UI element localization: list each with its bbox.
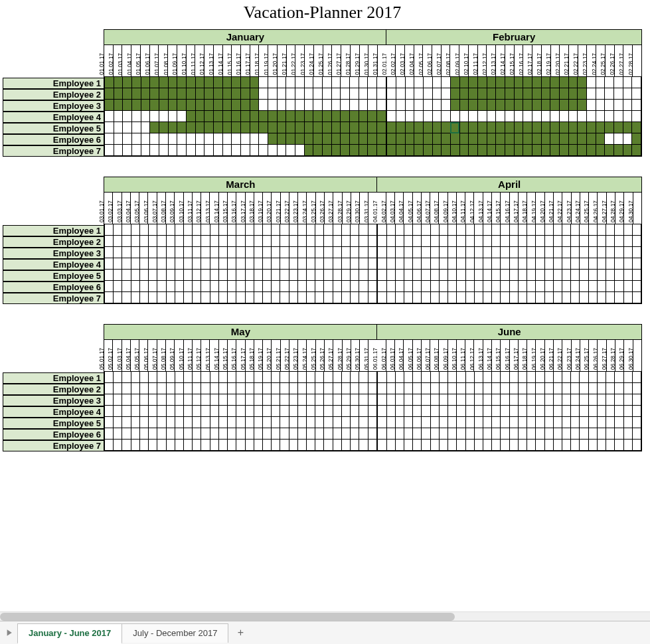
vacation-cell[interactable] <box>456 270 465 281</box>
vacation-cell[interactable] <box>231 122 240 133</box>
vacation-cell[interactable] <box>562 292 570 303</box>
vacation-cell[interactable] <box>262 372 271 383</box>
vacation-cell[interactable] <box>477 88 487 100</box>
vacation-cell[interactable] <box>262 281 271 292</box>
vacation-cell[interactable] <box>631 77 641 88</box>
vacation-cell[interactable] <box>175 258 183 270</box>
vacation-cell[interactable] <box>271 292 280 303</box>
vacation-cell[interactable] <box>623 224 632 236</box>
vacation-cell[interactable] <box>285 100 295 111</box>
vacation-cell[interactable] <box>606 258 614 270</box>
vacation-cell[interactable] <box>439 247 447 258</box>
vacation-cell[interactable] <box>450 111 459 122</box>
vacation-cell[interactable] <box>509 258 518 270</box>
vacation-cell[interactable] <box>570 270 579 281</box>
vacation-cell[interactable] <box>465 270 474 281</box>
vacation-cell[interactable] <box>450 145 459 156</box>
vacation-cell[interactable] <box>430 372 439 383</box>
vacation-cell[interactable] <box>387 88 396 100</box>
vacation-cell[interactable] <box>204 77 213 88</box>
vacation-cell[interactable] <box>559 133 568 145</box>
vacation-cell[interactable] <box>236 224 244 236</box>
vacation-cell[interactable] <box>323 417 332 428</box>
vacation-cell[interactable] <box>227 236 236 247</box>
vacation-cell[interactable] <box>491 270 500 281</box>
vacation-cell[interactable] <box>262 383 271 394</box>
vacation-cell[interactable] <box>280 383 288 394</box>
vacation-cell[interactable] <box>114 88 123 100</box>
vacation-cell[interactable] <box>421 270 430 281</box>
vacation-cell[interactable] <box>474 236 483 247</box>
vacation-cell[interactable] <box>295 145 304 156</box>
vacation-cell[interactable] <box>323 440 332 451</box>
vacation-cell[interactable] <box>577 133 586 145</box>
vacation-cell[interactable] <box>141 111 150 122</box>
vacation-cell[interactable] <box>183 372 192 383</box>
vacation-cell[interactable] <box>414 88 423 100</box>
vacation-cell[interactable] <box>596 133 605 145</box>
vacation-cell[interactable] <box>631 145 641 156</box>
vacation-cell[interactable] <box>105 258 113 270</box>
vacation-cell[interactable] <box>236 372 244 383</box>
vacation-cell[interactable] <box>456 258 465 270</box>
vacation-cell[interactable] <box>474 292 483 303</box>
vacation-cell[interactable] <box>201 224 209 236</box>
vacation-cell[interactable] <box>240 88 250 100</box>
vacation-cell[interactable] <box>468 100 477 111</box>
vacation-cell[interactable] <box>280 428 288 440</box>
vacation-cell[interactable] <box>414 122 423 133</box>
vacation-cell[interactable] <box>404 258 412 270</box>
vacation-cell[interactable] <box>139 428 148 440</box>
vacation-cell[interactable] <box>447 406 456 417</box>
vacation-cell[interactable] <box>570 224 579 236</box>
vacation-cell[interactable] <box>450 100 459 111</box>
vacation-cell[interactable] <box>168 88 177 100</box>
vacation-cell[interactable] <box>168 100 177 111</box>
vacation-cell[interactable] <box>523 122 532 133</box>
vacation-cell[interactable] <box>623 394 632 406</box>
vacation-cell[interactable] <box>527 258 535 270</box>
vacation-cell[interactable] <box>368 372 376 383</box>
vacation-cell[interactable] <box>139 247 148 258</box>
vacation-cell[interactable] <box>477 111 487 122</box>
vacation-cell[interactable] <box>412 417 421 428</box>
vacation-cell[interactable] <box>465 247 474 258</box>
vacation-cell[interactable] <box>159 145 168 156</box>
vacation-cell[interactable] <box>139 394 148 406</box>
vacation-cell[interactable] <box>395 224 404 236</box>
vacation-cell[interactable] <box>297 383 306 394</box>
vacation-cell[interactable] <box>322 145 331 156</box>
vacation-cell[interactable] <box>231 145 240 156</box>
vacation-cell[interactable] <box>588 428 597 440</box>
vacation-cell[interactable] <box>122 428 130 440</box>
vacation-cell[interactable] <box>430 281 439 292</box>
vacation-cell[interactable] <box>459 111 469 122</box>
vacation-cell[interactable] <box>139 281 148 292</box>
vacation-cell[interactable] <box>614 258 623 270</box>
vacation-cell[interactable] <box>222 122 232 133</box>
vacation-cell[interactable] <box>544 417 553 428</box>
vacation-cell[interactable] <box>527 281 535 292</box>
vacation-cell[interactable] <box>386 224 395 236</box>
vacation-cell[interactable] <box>227 372 236 383</box>
vacation-cell[interactable] <box>586 111 596 122</box>
vacation-cell[interactable] <box>623 88 632 100</box>
vacation-cell[interactable] <box>562 270 570 281</box>
vacation-cell[interactable] <box>210 224 218 236</box>
vacation-cell[interactable] <box>491 440 500 451</box>
vacation-cell[interactable] <box>122 100 131 111</box>
vacation-cell[interactable] <box>195 100 204 111</box>
vacation-cell[interactable] <box>295 122 304 133</box>
vacation-cell[interactable] <box>465 417 474 428</box>
vacation-cell[interactable] <box>175 247 183 258</box>
vacation-cell[interactable] <box>441 111 450 122</box>
vacation-cell[interactable] <box>568 77 578 88</box>
vacation-cell[interactable] <box>606 417 614 428</box>
vacation-cell[interactable] <box>604 111 613 122</box>
vacation-cell[interactable] <box>192 236 201 247</box>
vacation-cell[interactable] <box>166 440 175 451</box>
vacation-cell[interactable] <box>414 133 423 145</box>
vacation-cell[interactable] <box>509 281 518 292</box>
vacation-cell[interactable] <box>262 258 271 270</box>
vacation-cell[interactable] <box>623 428 632 440</box>
